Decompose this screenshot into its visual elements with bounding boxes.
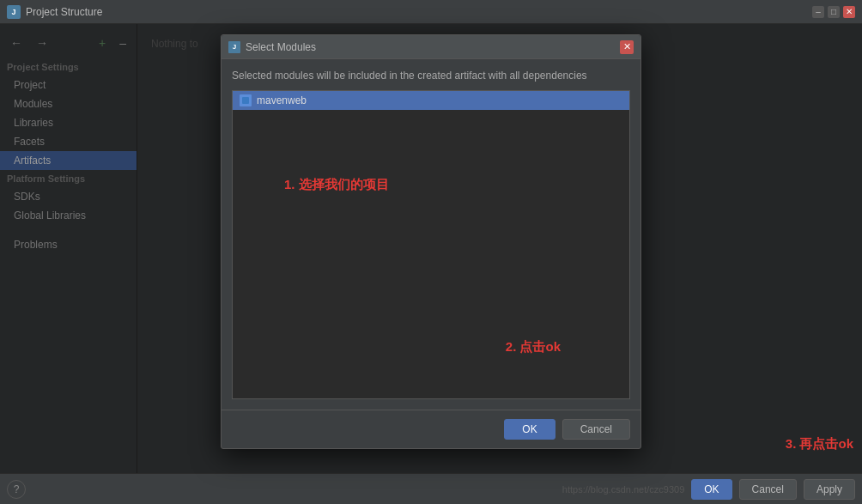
annotation-2: 2. 点击ok	[506, 339, 561, 355]
modal-ok-button[interactable]: OK	[504, 419, 555, 440]
modal-icon: J	[228, 41, 240, 53]
module-list: mavenweb 1. 选择我们的项目 2. 点击ok	[232, 90, 630, 399]
window-controls: – □ ✕	[812, 6, 855, 18]
select-modules-dialog: J Select Modules ✕ Selected modules will…	[221, 34, 641, 449]
modal-title-bar: J Select Modules ✕	[222, 35, 640, 59]
module-item[interactable]: mavenweb	[233, 91, 629, 110]
module-icon	[240, 94, 252, 106]
modal-cancel-button[interactable]: Cancel	[562, 419, 630, 440]
bottom-bar: ? https://blog.csdn.net/czc9309 OK Cance…	[0, 473, 862, 504]
close-button[interactable]: ✕	[843, 6, 855, 18]
cancel-button[interactable]: Cancel	[739, 479, 797, 500]
modal-description: Selected modules will be included in the…	[232, 70, 630, 82]
maximize-button[interactable]: □	[828, 6, 840, 18]
watermark: https://blog.csdn.net/czc9309	[562, 484, 684, 495]
annotation-1: 1. 选择我们的项目	[284, 177, 389, 193]
modal-footer: OK Cancel	[222, 410, 640, 448]
ok-button[interactable]: OK	[691, 479, 731, 500]
side-annotation: 3. 再点击ok	[786, 436, 853, 452]
title-bar: J Project Structure – □ ✕	[0, 0, 862, 24]
help-button[interactable]: ?	[7, 480, 26, 499]
modal-close-button[interactable]: ✕	[620, 40, 634, 54]
modal-body: Selected modules will be included in the…	[222, 59, 640, 410]
modal-title: Select Modules	[246, 41, 620, 53]
app-icon: J	[7, 5, 21, 19]
minimize-button[interactable]: –	[812, 6, 824, 18]
apply-button[interactable]: Apply	[804, 479, 855, 500]
module-name: mavenweb	[257, 94, 307, 106]
window-title: Project Structure	[26, 6, 102, 18]
